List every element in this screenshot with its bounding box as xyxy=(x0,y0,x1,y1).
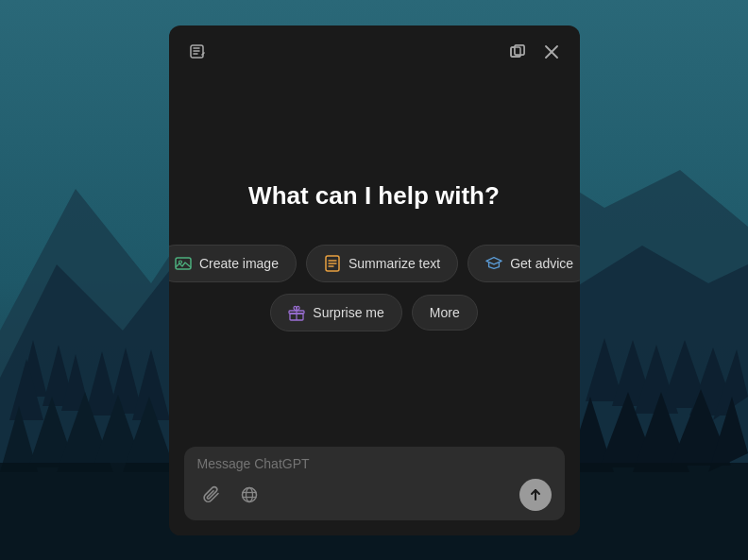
message-input[interactable] xyxy=(197,456,552,471)
more-button[interactable]: More xyxy=(412,295,478,331)
modal-header xyxy=(169,25,580,78)
image-icon xyxy=(175,255,192,272)
get-advice-label: Get advice xyxy=(510,256,573,271)
create-image-button[interactable]: Create image xyxy=(169,245,297,282)
edit-button[interactable] xyxy=(184,39,211,65)
summarize-text-button[interactable]: Summarize text xyxy=(306,245,458,282)
chatgpt-modal: What can I help with? Create image xyxy=(169,25,580,535)
gift-icon xyxy=(288,304,305,321)
cap-icon xyxy=(485,255,502,272)
svg-point-48 xyxy=(242,487,256,501)
input-actions-bar xyxy=(197,479,552,511)
attach-button[interactable] xyxy=(197,481,226,509)
send-button[interactable] xyxy=(519,479,552,511)
message-input-container xyxy=(184,447,565,520)
action-row-2: Surprise me More xyxy=(270,294,477,331)
modal-main-content: What can I help with? Create image xyxy=(169,78,580,435)
header-right-controls xyxy=(504,39,565,65)
modal-footer xyxy=(169,435,580,535)
surprise-me-label: Surprise me xyxy=(313,305,383,320)
close-button[interactable] xyxy=(538,39,565,65)
svg-point-49 xyxy=(246,487,252,501)
expand-button[interactable] xyxy=(504,39,531,65)
get-advice-button[interactable]: Get advice xyxy=(468,245,579,282)
doc-icon xyxy=(324,255,341,272)
surprise-me-button[interactable]: Surprise me xyxy=(270,294,401,331)
globe-button[interactable] xyxy=(235,481,264,509)
action-row-1: Create image Summarize text xyxy=(169,245,580,282)
action-buttons: Create image Summarize text xyxy=(169,245,580,331)
create-image-label: Create image xyxy=(199,256,279,271)
svg-rect-38 xyxy=(176,258,191,269)
modal-container: What can I help with? Create image xyxy=(0,0,748,560)
summarize-text-label: Summarize text xyxy=(348,256,440,271)
input-left-icons xyxy=(197,481,264,509)
main-title: What can I help with? xyxy=(248,181,500,211)
more-label: More xyxy=(430,305,460,320)
